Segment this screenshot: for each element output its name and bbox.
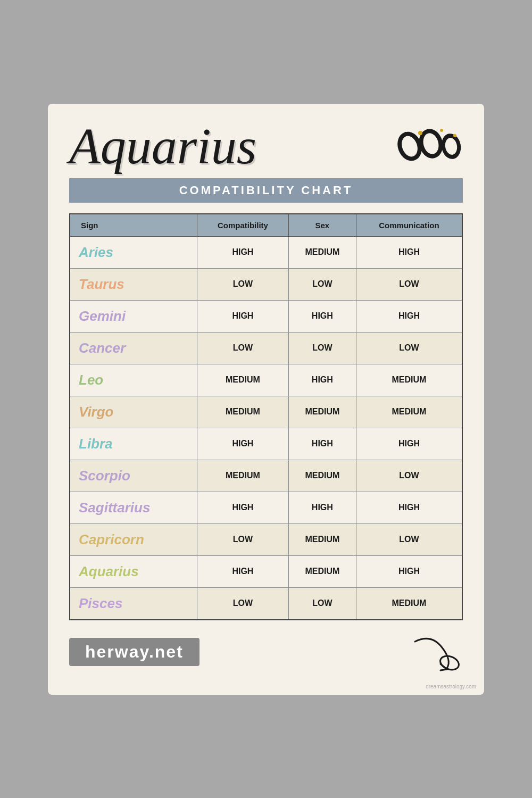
- compatibility-cell: HIGH: [197, 300, 289, 332]
- table-row: GeminiHIGHHIGHHIGH: [70, 300, 462, 332]
- subtitle-bar: COMPATIBILITY CHART: [69, 178, 463, 203]
- compatibility-cell: HIGH: [197, 492, 289, 523]
- table-row: CapricornLOWMEDIUMLOW: [70, 523, 462, 555]
- compatibility-cell: MEDIUM: [197, 396, 289, 428]
- col-compatibility: Compatibility: [197, 214, 289, 237]
- communication-cell: LOW: [356, 268, 462, 300]
- sign-cell: Pisces: [70, 587, 197, 620]
- sex-cell: LOW: [288, 587, 356, 620]
- aquarius-symbol-icon: [394, 120, 463, 173]
- sign-cell: Libra: [70, 428, 197, 460]
- sign-cell: Gemini: [70, 300, 197, 332]
- footer: herway.net: [69, 631, 463, 674]
- col-communication: Communication: [356, 214, 462, 237]
- compatibility-cell: LOW: [197, 332, 289, 364]
- watermark: dreamsastrology.com: [426, 684, 476, 689]
- table-row: CancerLOWLOWLOW: [70, 332, 462, 364]
- communication-cell: HIGH: [356, 555, 462, 587]
- svg-point-8: [453, 134, 456, 137]
- page-title: Aquarius: [69, 121, 256, 172]
- sex-cell: HIGH: [288, 300, 356, 332]
- communication-cell: HIGH: [356, 236, 462, 268]
- compatibility-cell: MEDIUM: [197, 460, 289, 492]
- sex-cell: MEDIUM: [288, 460, 356, 492]
- header: Aquarius: [69, 120, 463, 173]
- communication-cell: LOW: [356, 523, 462, 555]
- communication-cell: MEDIUM: [356, 364, 462, 396]
- sex-cell: HIGH: [288, 428, 356, 460]
- table-row: TaurusLOWLOWLOW: [70, 268, 462, 300]
- table-header-row: Sign Compatibility Sex Communication: [70, 214, 462, 237]
- table-row: AriesHIGHMEDIUMHIGH: [70, 236, 462, 268]
- compatibility-cell: LOW: [197, 523, 289, 555]
- sign-cell: Aries: [70, 236, 197, 268]
- communication-cell: HIGH: [356, 300, 462, 332]
- compatibility-cell: HIGH: [197, 236, 289, 268]
- svg-point-6: [418, 131, 422, 135]
- sex-cell: LOW: [288, 332, 356, 364]
- communication-cell: HIGH: [356, 428, 462, 460]
- sign-cell: Virgo: [70, 396, 197, 428]
- card: Aquarius: [48, 104, 484, 695]
- svg-line-10: [440, 664, 447, 669]
- sex-cell: LOW: [288, 268, 356, 300]
- communication-cell: HIGH: [356, 492, 462, 523]
- table-row: PiscesLOWLOWMEDIUM: [70, 587, 462, 620]
- sign-cell: Leo: [70, 364, 197, 396]
- sex-cell: MEDIUM: [288, 396, 356, 428]
- communication-cell: LOW: [356, 460, 462, 492]
- sex-cell: MEDIUM: [288, 523, 356, 555]
- table-row: SagittariusHIGHHIGHHIGH: [70, 492, 462, 523]
- svg-line-11: [440, 669, 447, 670]
- compatibility-cell: MEDIUM: [197, 364, 289, 396]
- table-row: LeoMEDIUMHIGHMEDIUM: [70, 364, 462, 396]
- svg-point-7: [440, 129, 443, 132]
- compatibility-table: Sign Compatibility Sex Communication Ari…: [69, 213, 463, 620]
- compatibility-cell: HIGH: [197, 428, 289, 460]
- sign-cell: Sagittarius: [70, 492, 197, 523]
- sex-cell: HIGH: [288, 364, 356, 396]
- communication-cell: MEDIUM: [356, 587, 462, 620]
- sign-cell: Scorpio: [70, 460, 197, 492]
- compatibility-cell: LOW: [197, 587, 289, 620]
- sign-cell: Aquarius: [70, 555, 197, 587]
- table-row: ScorpioMEDIUMMEDIUMLOW: [70, 460, 462, 492]
- brand-label: herway.net: [69, 638, 200, 666]
- sign-cell: Taurus: [70, 268, 197, 300]
- col-sign: Sign: [70, 214, 197, 237]
- sign-cell: Cancer: [70, 332, 197, 364]
- table-row: LibraHIGHHIGHHIGH: [70, 428, 462, 460]
- compatibility-cell: HIGH: [197, 555, 289, 587]
- doodle-icon: [410, 631, 463, 674]
- sex-cell: HIGH: [288, 492, 356, 523]
- communication-cell: LOW: [356, 332, 462, 364]
- communication-cell: MEDIUM: [356, 396, 462, 428]
- table-row: VirgoMEDIUMMEDIUMMEDIUM: [70, 396, 462, 428]
- table-row: AquariusHIGHMEDIUMHIGH: [70, 555, 462, 587]
- sex-cell: MEDIUM: [288, 236, 356, 268]
- sex-cell: MEDIUM: [288, 555, 356, 587]
- compatibility-cell: LOW: [197, 268, 289, 300]
- sign-cell: Capricorn: [70, 523, 197, 555]
- col-sex: Sex: [288, 214, 356, 237]
